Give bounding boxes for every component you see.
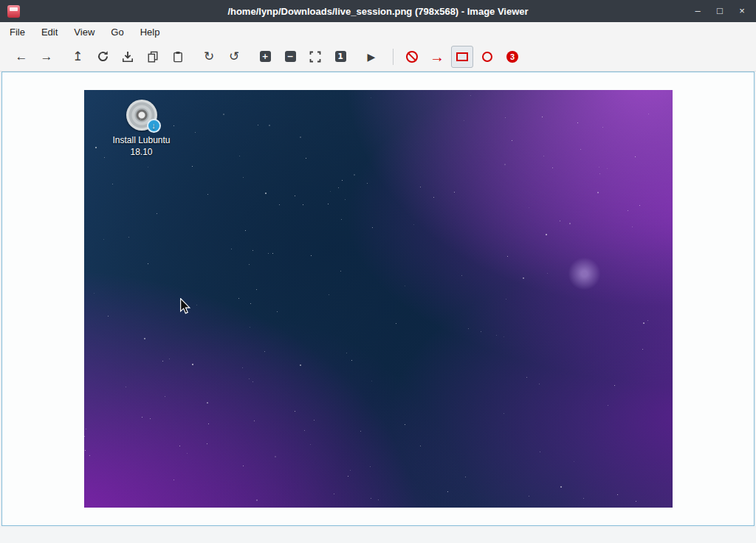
paste-button[interactable] (167, 46, 189, 68)
zoom-out-icon: − (285, 51, 296, 62)
draw-number-button[interactable]: 3 (501, 46, 523, 68)
window-controls: – □ × (693, 0, 750, 22)
app-icon (7, 5, 20, 18)
image-viewport[interactable]: ↓ Install Lubuntu 18.10 (1, 72, 755, 526)
original-size-button[interactable]: 1 (329, 46, 351, 68)
copy-button[interactable] (142, 46, 164, 68)
minimize-button[interactable]: – (693, 0, 703, 22)
menu-view[interactable]: View (66, 23, 103, 41)
open-icon: ↥ (72, 50, 83, 63)
draw-arrow-icon: → (430, 49, 444, 64)
fit-window-icon (309, 51, 321, 63)
status-area (0, 528, 756, 543)
draw-circle-icon (482, 52, 492, 62)
toolbar-separator (393, 49, 394, 65)
rotate-counterclockwise-button[interactable]: ↺ (223, 46, 245, 68)
close-button[interactable]: × (737, 0, 747, 22)
reload-icon (97, 50, 109, 63)
rotate-clockwise-icon: ↻ (204, 50, 214, 63)
image-viewer-window: /home/lynp/Downloads/live_session.png (7… (0, 0, 756, 72)
draw-rectangle-icon (456, 52, 468, 61)
titlebar[interactable]: /home/lynp/Downloads/live_session.png (7… (0, 0, 756, 22)
menu-go[interactable]: Go (103, 23, 131, 41)
menu-help[interactable]: Help (132, 23, 168, 41)
original-size-icon: 1 (335, 51, 346, 62)
maximize-button[interactable]: □ (715, 0, 725, 22)
open-file-button[interactable]: ↥ (66, 46, 89, 68)
draw-circle-button[interactable] (476, 46, 498, 68)
no-annotation-icon (406, 51, 418, 63)
desktop-icon-label-line1: Install Lubuntu (112, 134, 170, 146)
draw-rectangle-button[interactable] (451, 46, 473, 68)
zoom-in-button[interactable]: + (254, 46, 276, 68)
draw-number-icon: 3 (506, 51, 518, 63)
slideshow-play-button[interactable]: ▶ (360, 46, 382, 68)
menu-edit[interactable]: Edit (33, 23, 66, 41)
displayed-image: ↓ Install Lubuntu 18.10 (84, 90, 673, 508)
copy-icon (147, 51, 159, 63)
draw-arrow-button[interactable]: → (426, 46, 448, 68)
window-title: /home/lynp/Downloads/live_session.png (7… (0, 6, 756, 17)
rotate-clockwise-button[interactable]: ↻ (198, 46, 220, 68)
save-button[interactable] (117, 46, 139, 68)
zoom-in-icon: + (260, 51, 271, 62)
toolbar: ← → ↥ (0, 42, 756, 72)
mouse-cursor (179, 298, 191, 314)
forward-icon: → (41, 50, 53, 63)
menubar: File Edit View Go Help (0, 22, 756, 42)
rotate-counterclockwise-icon: ↺ (229, 50, 239, 63)
zoom-out-button[interactable]: − (279, 46, 301, 68)
back-button[interactable]: ← (10, 46, 32, 68)
fit-window-button[interactable] (304, 46, 326, 68)
back-icon: ← (16, 50, 28, 63)
install-lubuntu-desktop-icon: ↓ Install Lubuntu 18.10 (103, 100, 180, 158)
paste-icon (172, 51, 184, 63)
draw-none-button[interactable] (401, 46, 423, 68)
reload-button[interactable] (92, 46, 114, 68)
forward-button[interactable]: → (35, 46, 58, 68)
play-icon: ▶ (368, 52, 376, 62)
cd-disc-icon: ↓ (126, 100, 157, 131)
menu-file[interactable]: File (1, 23, 33, 41)
download-badge-icon: ↓ (147, 119, 161, 133)
save-icon (122, 51, 134, 63)
desktop-icon-label-line2: 18.10 (112, 146, 170, 158)
